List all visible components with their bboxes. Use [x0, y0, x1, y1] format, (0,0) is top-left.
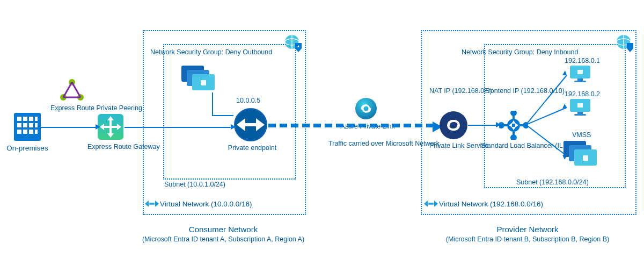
svg-line-17 — [72, 82, 80, 97]
diagram-stage: On-premises Express Route Private Peerin… — [0, 0, 644, 279]
pe-label: Private endpoint — [225, 144, 279, 152]
connector — [212, 115, 233, 116]
vm-stack-icon — [181, 66, 218, 95]
svg-marker-64 — [562, 70, 567, 75]
svg-line-62 — [526, 108, 567, 125]
svg-point-54 — [499, 123, 503, 127]
consumer-subnet-label: Subnet (10.0.1.0/24) — [164, 181, 225, 188]
nsg-globe-icon — [284, 34, 303, 53]
er-peering-label: Express Route Private Peering — [50, 104, 100, 112]
svg-rect-72 — [577, 112, 583, 114]
vmss-label: VMSS — [572, 131, 591, 139]
svg-point-52 — [511, 135, 516, 140]
provider-subnet-label: Subnet (192.168.0.0/24) — [516, 178, 589, 186]
load-balancer-icon — [499, 111, 528, 140]
vm-icon — [570, 99, 590, 116]
vm2-ip-label: 192.168.0.2 — [565, 90, 600, 98]
svg-rect-2 — [23, 117, 27, 121]
svg-rect-11 — [29, 130, 33, 134]
pe-ip-label: 10.0.0.5 — [236, 97, 260, 104]
svg-point-50 — [511, 111, 516, 115]
svg-rect-78 — [583, 155, 588, 161]
connector — [468, 125, 497, 126]
svg-rect-5 — [17, 123, 21, 127]
svg-marker-38 — [145, 201, 149, 207]
connector — [41, 127, 97, 128]
consumer-vnet-label: Virtual Network (10.0.0.0/16) — [160, 200, 252, 208]
svg-rect-12 — [35, 130, 38, 134]
vnet-icon — [145, 199, 159, 209]
svg-rect-10 — [23, 130, 27, 134]
svg-rect-25 — [103, 126, 118, 128]
svg-line-61 — [526, 75, 567, 125]
building-icon — [14, 113, 41, 141]
provider-network-title: Provider Network — [421, 225, 634, 234]
svg-rect-4 — [35, 117, 38, 121]
express-route-gateway-icon — [97, 113, 125, 141]
express-route-peering-icon — [59, 79, 85, 103]
svg-point-47 — [440, 111, 467, 139]
svg-rect-32 — [201, 80, 206, 85]
svg-point-42 — [152, 203, 155, 205]
svg-line-63 — [526, 125, 567, 156]
svg-marker-79 — [424, 201, 428, 207]
svg-rect-68 — [577, 78, 583, 81]
arrowhead-icon — [96, 124, 100, 130]
arrowhead-icon — [231, 124, 236, 130]
svg-marker-39 — [155, 201, 159, 207]
svg-rect-69 — [574, 81, 586, 82]
onprem-label: On-premises — [3, 144, 52, 152]
svg-rect-6 — [23, 123, 27, 127]
provider-nsg-label: Network Security Group: Deny Inbound — [462, 48, 578, 56]
consumer-network-sub: (Microsoft Entra ID tenant A, Subscripti… — [121, 235, 325, 243]
svg-rect-37 — [245, 123, 256, 126]
private-link-service-icon — [439, 111, 468, 140]
vmss-icon — [564, 141, 600, 170]
svg-rect-8 — [35, 123, 38, 127]
azure-private-link-icon — [354, 97, 378, 120]
nat-ip-label: NAT IP (192.168.0.5) — [429, 87, 479, 95]
svg-rect-9 — [17, 130, 21, 134]
consumer-subnet-border — [163, 44, 296, 180]
svg-point-83 — [431, 203, 434, 205]
private-endpoint-icon — [233, 108, 268, 142]
er-gateway-label: Express Route Gateway — [87, 143, 137, 151]
svg-line-16 — [63, 82, 72, 97]
consumer-network-title: Consumer Network — [143, 225, 304, 234]
traffic-label: Traffic carried over Microsoft Network — [328, 140, 414, 148]
nsg-globe-icon — [616, 34, 634, 53]
svg-rect-7 — [29, 123, 33, 127]
vm-icon — [570, 66, 590, 83]
svg-rect-74 — [577, 103, 583, 108]
dashed-connector — [268, 124, 434, 127]
vm1-ip-label: 192.168.0.1 — [565, 57, 600, 65]
connector — [212, 92, 213, 115]
svg-marker-80 — [434, 201, 438, 207]
svg-point-43 — [355, 98, 377, 119]
provider-network-sub: (Microsoft Entra ID tenant B, Subscripti… — [421, 235, 634, 243]
svg-rect-73 — [574, 114, 586, 116]
connector — [125, 127, 232, 128]
svg-rect-70 — [577, 70, 583, 74]
provider-vnet-label: Virtual Network (192.168.0.0/16) — [439, 200, 543, 208]
consumer-nsg-label: Network Security Group: Deny Outbound — [150, 48, 272, 56]
svg-rect-3 — [29, 117, 33, 121]
pls-label: Private Link Service — [429, 142, 479, 149]
svg-rect-1 — [17, 117, 21, 121]
vnet-icon — [424, 199, 438, 209]
